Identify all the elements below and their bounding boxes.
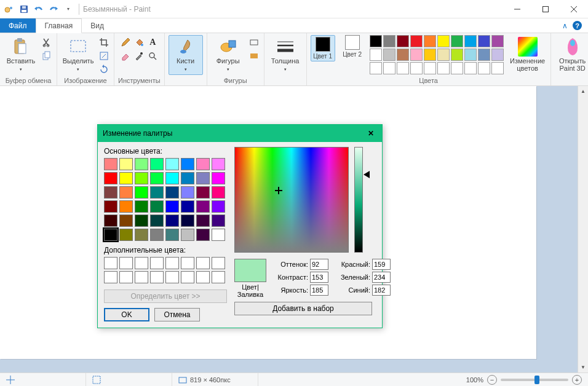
copy-icon[interactable] xyxy=(41,50,53,62)
minimize-button[interactable] xyxy=(503,0,531,18)
basic-color-swatch[interactable] xyxy=(150,158,164,170)
basic-color-swatch[interactable] xyxy=(165,229,179,241)
color2-well[interactable]: Цвет 2 xyxy=(340,35,365,58)
basic-color-swatch[interactable] xyxy=(150,186,164,199)
custom-color-slot[interactable] xyxy=(119,271,133,283)
tab-file[interactable]: Файл xyxy=(0,18,36,33)
cancel-button[interactable]: Отмена xyxy=(154,308,200,321)
zoom-in-button[interactable]: + xyxy=(572,375,582,385)
palette-swatch[interactable] xyxy=(424,35,436,47)
basic-color-swatch[interactable] xyxy=(212,172,225,184)
basic-color-swatch[interactable] xyxy=(150,215,164,227)
basic-color-swatch[interactable] xyxy=(181,158,194,170)
eraser-icon[interactable] xyxy=(119,50,132,62)
custom-color-slot[interactable] xyxy=(181,257,194,269)
open-paint3d-button[interactable]: Открыть Paint 3D xyxy=(555,35,588,74)
basic-color-swatch[interactable] xyxy=(165,158,179,170)
color-gradient[interactable] xyxy=(234,147,349,253)
vertical-scrollbar[interactable]: ▲ ▼ xyxy=(578,86,588,372)
palette-swatch[interactable] xyxy=(397,35,409,47)
crop-icon[interactable] xyxy=(98,36,110,49)
palette-swatch[interactable] xyxy=(383,49,395,61)
basic-color-swatch[interactable] xyxy=(104,158,117,170)
basic-color-swatch[interactable] xyxy=(104,215,117,227)
basic-color-swatch[interactable] xyxy=(135,158,148,170)
basic-color-swatch[interactable] xyxy=(104,186,117,199)
picker-icon[interactable] xyxy=(133,50,145,62)
shape-fill-icon[interactable] xyxy=(248,50,260,62)
dialog-close-button[interactable]: ✕ xyxy=(365,127,377,140)
text-icon[interactable]: A xyxy=(146,36,159,49)
basic-color-swatch[interactable] xyxy=(119,200,133,213)
dialog-titlebar[interactable]: Изменение палитры ✕ xyxy=(98,125,382,142)
close-button[interactable] xyxy=(560,0,588,18)
luminance-slider[interactable] xyxy=(354,147,363,253)
basic-color-swatch[interactable] xyxy=(196,200,210,213)
add-to-custom-button[interactable]: Добавить в набор xyxy=(234,302,372,315)
basic-color-swatch[interactable] xyxy=(196,186,210,199)
qat-dropdown-icon[interactable]: ▾ xyxy=(62,2,75,16)
palette-swatch[interactable] xyxy=(464,35,477,47)
basic-color-swatch[interactable] xyxy=(212,229,225,241)
red-input[interactable] xyxy=(372,259,391,270)
basic-color-swatch[interactable] xyxy=(135,200,148,213)
palette-swatch[interactable] xyxy=(491,62,504,74)
maximize-button[interactable] xyxy=(531,0,560,18)
hue-input[interactable] xyxy=(310,259,328,270)
basic-color-swatch[interactable] xyxy=(104,229,117,241)
basic-color-swatch[interactable] xyxy=(119,186,133,199)
pencil-icon[interactable] xyxy=(119,36,132,49)
palette-swatch[interactable] xyxy=(383,35,395,47)
basic-color-swatch[interactable] xyxy=(212,200,225,213)
blue-input[interactable] xyxy=(372,285,391,296)
palette-swatch[interactable] xyxy=(437,49,450,61)
basic-color-swatch[interactable] xyxy=(181,215,194,227)
custom-color-slot[interactable] xyxy=(119,257,133,269)
basic-color-swatch[interactable] xyxy=(196,229,210,241)
brushes-button[interactable]: Кисти▾ xyxy=(169,35,203,75)
color1-well[interactable]: Цвет 1 xyxy=(311,35,335,61)
thickness-button[interactable]: Толщина▾ xyxy=(268,35,303,75)
palette-swatch[interactable] xyxy=(478,35,490,47)
basic-color-swatch[interactable] xyxy=(165,215,179,227)
palette-swatch[interactable] xyxy=(370,35,382,47)
scroll-down-icon[interactable]: ▼ xyxy=(578,362,588,372)
scroll-up-icon[interactable]: ▲ xyxy=(578,86,588,96)
rotate-icon[interactable] xyxy=(98,63,110,76)
collapse-ribbon-icon[interactable]: ∧ xyxy=(562,22,568,30)
custom-color-slot[interactable] xyxy=(181,271,194,283)
basic-color-swatch[interactable] xyxy=(150,172,164,184)
palette-swatch[interactable] xyxy=(478,49,490,61)
fill-icon[interactable] xyxy=(133,36,145,49)
palette-swatch[interactable] xyxy=(397,62,409,74)
zoom-slider[interactable] xyxy=(501,379,568,381)
custom-color-slot[interactable] xyxy=(212,271,225,283)
shape-outline-icon[interactable] xyxy=(248,36,260,49)
palette-swatch[interactable] xyxy=(437,62,450,74)
basic-color-swatch[interactable] xyxy=(212,215,225,227)
palette-swatch[interactable] xyxy=(370,49,382,61)
cut-icon[interactable] xyxy=(41,36,53,49)
palette-swatch[interactable] xyxy=(451,35,463,47)
palette-swatch[interactable] xyxy=(410,35,423,47)
zoom-out-button[interactable]: − xyxy=(487,375,497,385)
palette-swatch[interactable] xyxy=(491,49,504,61)
undo-icon[interactable] xyxy=(32,2,46,16)
palette-swatch[interactable] xyxy=(478,62,490,74)
palette-swatch[interactable] xyxy=(437,35,450,47)
paste-button[interactable]: Вставить▾ xyxy=(4,35,38,75)
palette-swatch[interactable] xyxy=(383,62,395,74)
palette-swatch[interactable] xyxy=(410,62,423,74)
save-icon[interactable] xyxy=(17,2,31,16)
lum-input[interactable] xyxy=(310,285,328,296)
zoom-icon[interactable] xyxy=(146,50,159,62)
basic-color-swatch[interactable] xyxy=(104,172,117,184)
basic-color-swatch[interactable] xyxy=(165,200,179,213)
basic-color-swatch[interactable] xyxy=(119,172,133,184)
custom-color-slot[interactable] xyxy=(150,257,164,269)
palette-swatch[interactable] xyxy=(451,62,463,74)
basic-color-swatch[interactable] xyxy=(119,215,133,227)
basic-color-swatch[interactable] xyxy=(135,229,148,241)
custom-color-slot[interactable] xyxy=(196,271,210,283)
palette-swatch[interactable] xyxy=(410,49,423,61)
